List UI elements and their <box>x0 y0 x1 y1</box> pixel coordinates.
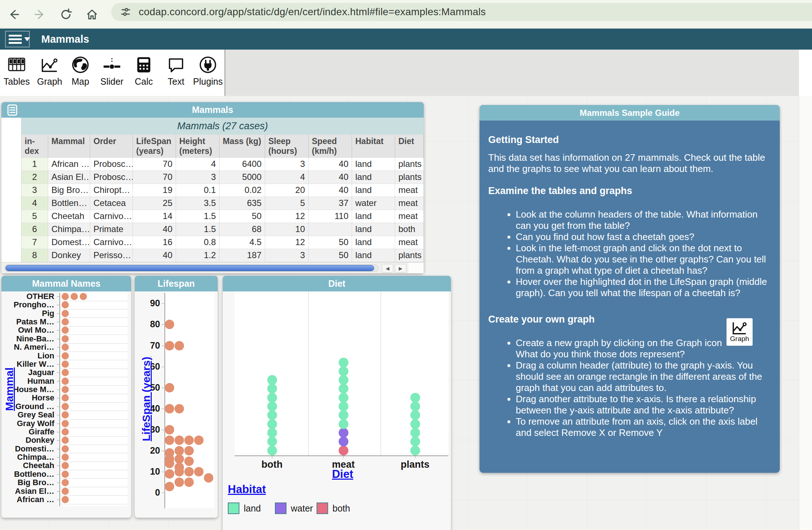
table-cell[interactable]: Perisso… <box>90 249 133 262</box>
table-cell[interactable]: Carnivo… <box>90 210 133 223</box>
table-cell[interactable]: 0.1 <box>176 184 219 197</box>
lifespan-graph[interactable]: Lifespan 0102030405060708090 LifeSpan (y… <box>135 276 218 518</box>
data-point[interactable] <box>165 341 174 350</box>
table-cell[interactable]: 50 <box>309 236 352 249</box>
table-cell[interactable]: land <box>352 158 395 171</box>
data-point[interactable] <box>80 293 87 300</box>
table-cell[interactable]: 4 <box>265 171 309 184</box>
row-index[interactable]: 1 <box>21 158 48 171</box>
tool-text[interactable]: Text <box>159 50 193 96</box>
column-header-sleep-(hours)[interactable]: Sleep (hours) <box>265 135 309 158</box>
data-point[interactable] <box>62 318 69 325</box>
table-cell[interactable]: 12 <box>265 210 309 223</box>
table-cell[interactable]: Asian El… <box>48 171 90 184</box>
table-cell[interactable]: Chiropt… <box>90 184 133 197</box>
data-point[interactable] <box>194 467 204 476</box>
scroll-left-icon[interactable]: ◀ <box>382 264 393 273</box>
scroll-right-icon[interactable]: ▶ <box>395 264 406 273</box>
table-cell[interactable]: Cheetah <box>48 210 90 223</box>
data-point[interactable] <box>410 419 420 429</box>
hamburger-menu-button[interactable] <box>5 31 30 47</box>
row-index[interactable]: 8 <box>21 249 48 262</box>
table-cell[interactable]: Primate <box>90 223 133 236</box>
data-point[interactable] <box>62 335 69 342</box>
data-point[interactable] <box>62 310 69 317</box>
data-point[interactable] <box>184 436 194 445</box>
data-point[interactable] <box>339 428 348 438</box>
table-cell[interactable]: 3 <box>265 158 309 171</box>
row-index[interactable]: 4 <box>21 197 48 210</box>
table-cell[interactable]: Chimpa… <box>48 223 90 236</box>
table-cell[interactable]: Probosc… <box>90 171 133 184</box>
data-point[interactable] <box>71 293 78 300</box>
table-cell[interactable]: 40 <box>309 158 352 171</box>
data-point[interactable] <box>62 378 69 385</box>
table-cell[interactable]: 3 <box>176 171 219 184</box>
data-point[interactable] <box>267 410 277 420</box>
data-point[interactable] <box>175 478 184 487</box>
column-header-height-(meters)[interactable]: Height (meters) <box>176 135 219 158</box>
scrollbar-track[interactable] <box>4 264 379 272</box>
table-cell[interactable]: 20 <box>265 184 309 197</box>
column-header-mass-(kg)[interactable]: Mass (kg) <box>219 135 265 158</box>
column-header-mammal[interactable]: Mammal <box>48 135 90 158</box>
collection-header[interactable]: Mammals (27 cases) <box>21 118 424 135</box>
column-header-habitat[interactable]: Habitat <box>352 135 395 158</box>
data-point[interactable] <box>339 410 348 420</box>
table-cell[interactable]: land <box>352 249 395 262</box>
tool-tables[interactable]: Tables <box>0 50 33 96</box>
table-cell[interactable]: 50 <box>309 249 352 262</box>
habitat-legend-title[interactable]: Habitat <box>228 483 266 496</box>
table-cell[interactable]: 3 <box>265 249 309 262</box>
data-point[interactable] <box>175 436 184 445</box>
table-cell[interactable]: 37 <box>309 197 352 210</box>
data-point[interactable] <box>410 393 420 403</box>
table-cell[interactable]: land <box>352 171 395 184</box>
tool-map[interactable]: Map <box>64 50 97 96</box>
table-cell[interactable]: Probosc… <box>90 158 133 171</box>
data-point[interactable] <box>62 293 69 300</box>
data-point[interactable] <box>184 478 194 487</box>
data-point[interactable] <box>62 496 69 503</box>
data-point[interactable] <box>267 384 277 394</box>
data-point[interactable] <box>410 410 420 420</box>
data-point[interactable] <box>175 341 184 350</box>
table-cell[interactable]: Donkey <box>48 249 90 262</box>
data-point[interactable] <box>339 446 348 455</box>
column-header-speed-(km/h)[interactable]: Speed (km/h) <box>309 135 352 158</box>
data-point[interactable] <box>339 384 348 394</box>
row-index[interactable]: 6 <box>21 223 48 236</box>
table-cell[interactable]: 70 <box>133 171 176 184</box>
data-point[interactable] <box>175 467 184 476</box>
row-index[interactable]: 3 <box>21 184 48 197</box>
data-point[interactable] <box>165 469 174 479</box>
data-point[interactable] <box>194 436 204 445</box>
data-point[interactable] <box>165 425 174 434</box>
row-index[interactable]: 5 <box>21 210 48 223</box>
data-point[interactable] <box>62 488 69 495</box>
data-point[interactable] <box>62 386 69 393</box>
data-point[interactable] <box>184 446 194 455</box>
data-point[interactable] <box>62 471 69 478</box>
table-cell[interactable]: 1.5 <box>176 210 219 223</box>
row-index[interactable]: 2 <box>21 171 48 184</box>
data-point[interactable] <box>62 361 69 368</box>
guide-titlebar[interactable]: Mammals Sample Guide <box>480 105 780 121</box>
data-point[interactable] <box>62 445 69 453</box>
table-cell[interactable]: 187 <box>219 249 265 262</box>
table-cell[interactable]: Carnivo… <box>90 236 133 249</box>
table-cell[interactable]: 40 <box>133 249 176 262</box>
tool-graph[interactable]: Graph <box>33 50 66 96</box>
lifespan-titlebar[interactable]: Lifespan <box>135 276 218 291</box>
data-point[interactable] <box>410 446 420 455</box>
legend-item-water[interactable]: water <box>275 502 313 514</box>
table-cell[interactable]: 25 <box>133 197 176 210</box>
data-point[interactable] <box>184 467 194 476</box>
data-point[interactable] <box>267 419 277 429</box>
table-cell[interactable]: meat <box>395 197 424 210</box>
data-point[interactable] <box>267 446 277 455</box>
table-cell[interactable]: 635 <box>219 197 265 210</box>
data-point[interactable] <box>175 454 184 464</box>
diet-titlebar[interactable]: Diet <box>223 276 451 291</box>
table-cell[interactable]: 5 <box>265 197 309 210</box>
